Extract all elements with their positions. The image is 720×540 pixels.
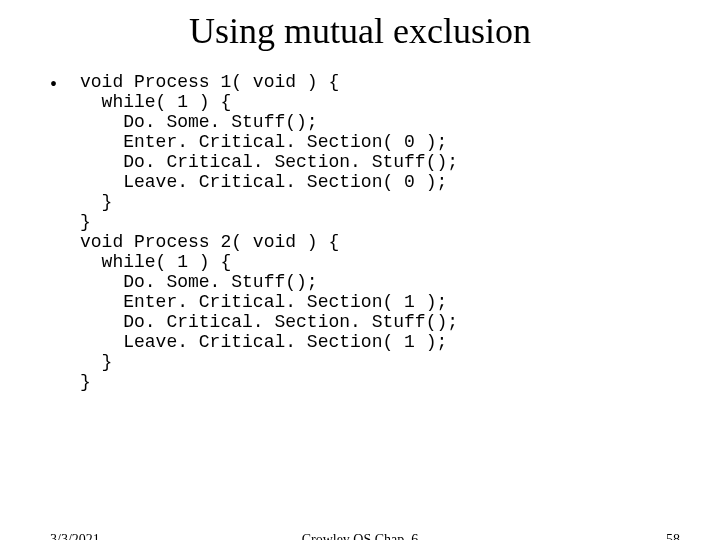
bullet-item: • void Process 1( void ) { while( 1 ) { … (50, 72, 680, 392)
footer-page: 58 (666, 532, 680, 540)
code-block: void Process 1( void ) { while( 1 ) { Do… (80, 72, 458, 392)
slide-title: Using mutual exclusion (0, 10, 720, 52)
slide-body: • void Process 1( void ) { while( 1 ) { … (0, 72, 720, 392)
footer-center: Crowley OS Chap. 6 (0, 532, 720, 540)
bullet-marker: • (50, 72, 80, 94)
slide: Using mutual exclusion • void Process 1(… (0, 10, 720, 540)
